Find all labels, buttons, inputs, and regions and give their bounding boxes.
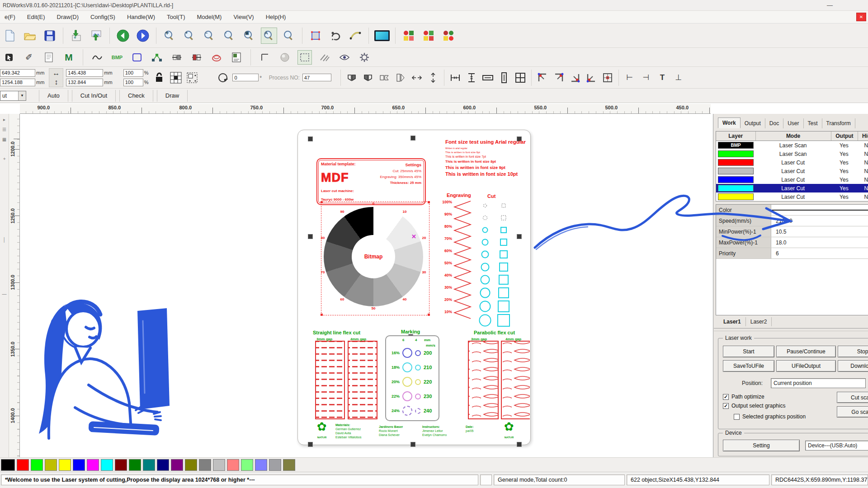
curve-tool-icon[interactable] <box>90 50 104 65</box>
stretch-v-icon[interactable] <box>497 70 511 85</box>
palette-swatch[interactable] <box>101 459 113 471</box>
tab-output[interactable]: Output <box>741 118 765 128</box>
palette-swatch[interactable] <box>129 459 141 471</box>
anchor-top-left-icon[interactable] <box>536 70 549 85</box>
zoom-in-icon[interactable]: + <box>181 28 198 44</box>
menu-handle[interactable]: Handle(W) <box>127 14 155 20</box>
rect-tool-icon[interactable] <box>130 50 144 65</box>
stretch-h-icon[interactable] <box>481 70 495 85</box>
property-row-speed[interactable]: Speed(mm/s) 210.00 <box>716 216 868 226</box>
close-document-button[interactable]: ✕ <box>856 13 866 21</box>
hatch-tool-icon[interactable] <box>317 50 332 65</box>
palette-swatch[interactable] <box>87 459 99 471</box>
tab-laser1[interactable]: Laser1 <box>719 317 746 326</box>
scale-x-field[interactable]: 100 <box>123 69 143 77</box>
menu-model[interactable]: Model(M) <box>197 14 222 20</box>
draw-button[interactable]: Draw <box>157 90 188 102</box>
cut-inout-button[interactable]: Cut In/Out <box>72 90 116 102</box>
new-file-button[interactable] <box>2 28 18 44</box>
cut-scale-button[interactable]: Cut scale <box>837 392 868 403</box>
save-to-ufile-button[interactable]: SaveToUFile <box>723 360 774 372</box>
palette-swatch[interactable] <box>269 459 281 471</box>
device-setting-button[interactable]: Setting <box>723 440 800 451</box>
menu-config[interactable]: Config(S) <box>90 14 115 20</box>
palette-swatch[interactable] <box>73 459 85 471</box>
left-tool-icon[interactable]: ☰ <box>0 126 8 133</box>
position-combo[interactable]: Current position <box>771 378 866 388</box>
array-grid-icon[interactable] <box>169 70 183 85</box>
tab-work[interactable]: Work <box>718 117 741 128</box>
bmp-tool-icon[interactable]: BMP <box>110 50 124 65</box>
zoom-selection-icon[interactable]: ▫ <box>221 28 237 44</box>
view-forward-button[interactable] <box>135 28 151 44</box>
menu-draw[interactable]: Draw(D) <box>57 14 79 20</box>
layer-mode-combo[interactable]: ut ▼ <box>0 91 26 101</box>
eye-show-icon[interactable] <box>337 50 352 65</box>
left-tool-icon[interactable]: │ <box>0 236 8 244</box>
squeeze-v-icon[interactable] <box>465 70 478 85</box>
check-button[interactable]: Check <box>119 90 153 102</box>
menu-edit[interactable]: Edit(E) <box>27 14 45 20</box>
palette-swatch[interactable] <box>59 459 71 471</box>
output-select-checkbox[interactable]: ✓ <box>723 403 729 409</box>
text-tool-icon[interactable]: M <box>61 50 76 65</box>
align-graphics-icon-1[interactable] <box>401 28 417 44</box>
node-edit-icon[interactable] <box>347 28 363 44</box>
text-frame-icon[interactable] <box>229 50 244 65</box>
weld-vertical-icon[interactable] <box>189 50 204 65</box>
output-select-row[interactable]: ✓ Output select graphics <box>723 403 785 409</box>
render-sphere-icon[interactable] <box>278 50 292 65</box>
rotate-angle-field[interactable]: 0 <box>232 74 259 81</box>
palette-swatch[interactable] <box>283 459 295 471</box>
align-graphics-icon-2[interactable] <box>420 28 437 44</box>
virtual-array-icon[interactable] <box>185 70 199 85</box>
squeeze-h-icon[interactable] <box>448 70 462 85</box>
view-back-button[interactable] <box>115 28 131 44</box>
tab-transform[interactable]: Transform <box>822 118 855 128</box>
tab-doc[interactable]: Doc <box>765 118 783 128</box>
align-graphics-icon-3[interactable] <box>440 28 457 44</box>
selected-position-row[interactable]: Selected graphics position <box>734 413 806 420</box>
layer-row[interactable]: Laser Scan Yes No <box>716 150 868 158</box>
rotate-angle-icon[interactable] <box>216 70 230 85</box>
aspect-lock-icon[interactable] <box>153 70 166 85</box>
anchor-top-right-icon[interactable] <box>552 70 566 85</box>
zoom-frame-icon[interactable]: A <box>261 28 277 44</box>
size-width-field[interactable]: 145.438 <box>66 69 103 77</box>
property-row-maxpower[interactable]: MaxPower(%)-1 18.0 <box>716 237 868 248</box>
text-doc-icon[interactable] <box>42 50 56 65</box>
align-right-icon[interactable]: ⊣ <box>639 70 653 85</box>
position-x-field[interactable]: 649.342 <box>0 69 35 77</box>
property-row-minpower[interactable]: MinPower(%)-1 10.5 <box>716 226 868 237</box>
palette-swatch[interactable] <box>1 459 15 471</box>
anchor-bottom-left-icon[interactable] <box>585 70 598 85</box>
ufile-output-button[interactable]: UFileOutput <box>776 360 836 372</box>
layer-row[interactable]: Laser Cut Yes No <box>716 158 868 167</box>
palette-swatch[interactable] <box>199 459 211 471</box>
palette-swatch[interactable] <box>45 459 57 471</box>
start-button[interactable]: Start <box>723 346 774 357</box>
preview-monitor-icon[interactable] <box>374 28 390 44</box>
device-field[interactable]: Device---(USB:Auto) <box>805 441 868 450</box>
left-tool-icon[interactable]: ＋ <box>0 155 8 162</box>
stop-button[interactable]: Stop <box>838 346 868 357</box>
position-y-field[interactable]: 1254.188 <box>0 79 35 86</box>
zoom-all-icon[interactable]: ▣ <box>241 28 257 44</box>
menu-view[interactable]: View(V) <box>233 14 254 20</box>
marquee-select-icon[interactable] <box>297 50 312 65</box>
mirror-v-icon[interactable] <box>394 70 407 85</box>
download-button[interactable]: Download <box>838 360 868 372</box>
zoom-out-icon[interactable]: − <box>201 28 217 44</box>
palette-swatch[interactable] <box>17 459 29 471</box>
open-file-button[interactable] <box>22 28 38 44</box>
palette-swatch[interactable] <box>115 459 127 471</box>
offset-tool-icon[interactable] <box>209 50 224 65</box>
pen-tool-icon[interactable]: ✐ <box>22 50 36 65</box>
pause-continue-button[interactable]: Pause/Continue <box>776 346 836 357</box>
layer-row[interactable]: Laser Cut Yes No <box>716 192 868 201</box>
selected-position-checkbox[interactable] <box>734 414 740 420</box>
layer-row[interactable]: Laser Cut Yes No <box>716 167 868 175</box>
path-optimize-checkbox[interactable]: ✓ <box>723 394 729 400</box>
palette-swatch[interactable] <box>143 459 155 471</box>
tab-laser2[interactable]: Laser2 <box>746 317 772 326</box>
